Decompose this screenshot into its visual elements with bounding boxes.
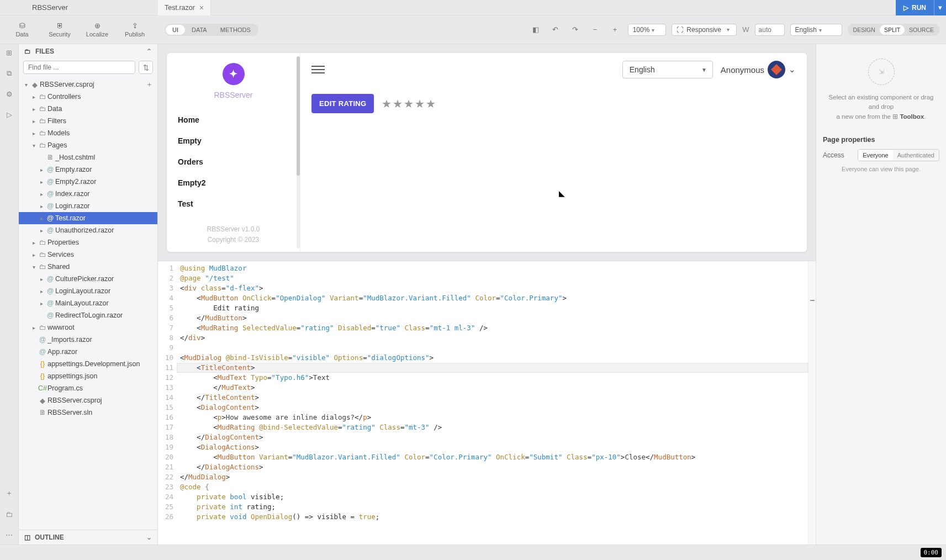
code-line-11[interactable]: <TitleContent> xyxy=(177,363,808,373)
tree-item--host-cshtml[interactable]: 🗎_Host.cshtml xyxy=(19,151,157,163)
code-line-8[interactable]: </div> xyxy=(177,333,808,343)
chevron-up-icon[interactable]: ⌃ xyxy=(146,47,152,55)
tree-item-rbsserver-csproj[interactable]: ▾◆RBSServer.csproj＋ xyxy=(19,78,157,91)
tree-item-properties[interactable]: ▸🗀Properties xyxy=(19,236,157,249)
tree-item-culturepicker-razor[interactable]: ▸@CulturePicker.razor xyxy=(19,273,157,285)
tree-item-unauthorized-razor[interactable]: ▸@Unauthorized.razor xyxy=(19,224,157,236)
tree-item-empty-razor[interactable]: ▸@Empty.razor xyxy=(19,163,157,176)
nav-item-empty2[interactable]: Empty2 xyxy=(167,172,300,193)
tree-caret[interactable]: ▾ xyxy=(30,264,38,270)
code-line-22[interactable]: </MudDialog> xyxy=(177,472,808,482)
rail-play-icon[interactable]: ▷ xyxy=(7,110,12,119)
tab-data[interactable]: DATA xyxy=(185,25,214,35)
tree-caret[interactable]: ▸ xyxy=(38,288,45,294)
code-line-24[interactable]: private bool visible; xyxy=(177,492,808,502)
tree-caret[interactable]: ▸ xyxy=(30,240,38,246)
tree-item-data[interactable]: ▸🗀Data xyxy=(19,103,157,115)
tree-item-redirecttologin-razor[interactable]: @RedirectToLogin.razor xyxy=(19,309,157,321)
tree-caret[interactable]: ▸ xyxy=(30,252,38,258)
mode-split[interactable]: SPLIT xyxy=(880,25,905,35)
run-dropdown[interactable]: ▾ xyxy=(934,0,946,15)
tree-item-program-cs[interactable]: C#Program.cs xyxy=(19,382,157,394)
tree-item-empty2-razor[interactable]: ▸@Empty2.razor xyxy=(19,176,157,188)
tree-caret[interactable]: ▸ xyxy=(30,118,38,124)
code-line-15[interactable]: <DialogContent> xyxy=(177,403,808,413)
zoom-in-icon[interactable]: + xyxy=(608,23,622,37)
tree-item-filters[interactable]: ▸🗀Filters xyxy=(19,115,157,127)
zoom-select[interactable]: 100% xyxy=(628,24,667,36)
code-line-18[interactable]: </DialogContent> xyxy=(177,432,808,442)
add-file-icon[interactable]: ＋ xyxy=(146,80,153,89)
tree-item-shared[interactable]: ▾🗀Shared xyxy=(19,261,157,273)
code-line-7[interactable]: <MudRating SelectedValue="rating" Disabl… xyxy=(177,323,808,333)
hamburger-icon[interactable] xyxy=(311,63,325,76)
code-line-10[interactable]: <MudDialog @bind-IsVisible="visible" Opt… xyxy=(177,353,808,363)
tree-caret[interactable]: ▸ xyxy=(38,276,45,282)
toolbar-publish-button[interactable]: ⇪Publish xyxy=(116,15,154,44)
rail-folder-icon[interactable]: 🗀 xyxy=(6,510,13,519)
tree-item-rbsserver-sln[interactable]: 🗎RBSServer.sln xyxy=(19,406,157,419)
code-line-1[interactable]: @using MudBlazor xyxy=(177,263,808,273)
tree-item-appsettings-json[interactable]: {}appsettings.json xyxy=(19,370,157,382)
rail-layout-icon[interactable]: ⊞ xyxy=(6,49,12,57)
tree-item-index-razor[interactable]: ▸@Index.razor xyxy=(19,188,157,200)
rail-gear-icon[interactable]: ⚙ xyxy=(6,90,13,98)
tab-test-razor[interactable]: Test.razor × xyxy=(158,0,211,15)
access-everyone[interactable]: Everyone xyxy=(858,150,892,161)
code-line-26[interactable]: private void OpenDialog() => visible = t… xyxy=(177,512,808,522)
preview-lang-select[interactable]: English xyxy=(622,61,713,78)
tree-caret[interactable]: ▸ xyxy=(38,179,45,185)
tree-item-controllers[interactable]: ▸🗀Controllers xyxy=(19,91,157,103)
outline-header[interactable]: ◫ OUTLINE ⌄ xyxy=(19,530,157,545)
lang-select[interactable]: English xyxy=(790,24,842,36)
tree-item-wwwroot[interactable]: ▸🗀wwwroot xyxy=(19,321,157,334)
device-select[interactable]: ⛶ Responsive xyxy=(672,24,737,36)
find-file-input[interactable] xyxy=(23,61,135,74)
toolbar-localize-button[interactable]: ⊕Localize xyxy=(78,15,116,44)
code-line-6[interactable]: </MudButton> xyxy=(177,313,808,323)
toolbar-security-button[interactable]: ⛨Security xyxy=(41,15,78,44)
tree-item-appsettings-development-json[interactable]: {}appsettings.Development.json xyxy=(19,358,157,370)
nav-item-orders[interactable]: Orders xyxy=(167,151,300,172)
zoom-out-icon[interactable]: − xyxy=(588,23,603,37)
nav-item-home[interactable]: Home xyxy=(167,109,300,130)
tree-item-mainlayout-razor[interactable]: ▸@MainLayout.razor xyxy=(19,297,157,309)
tree-caret[interactable]: ▸ xyxy=(38,203,45,209)
tree-caret[interactable]: ▸ xyxy=(38,215,45,221)
preview-scrollbar[interactable] xyxy=(297,56,300,249)
tree-item-pages[interactable]: ▾🗀Pages xyxy=(19,139,157,151)
tree-caret[interactable]: ▸ xyxy=(38,228,45,234)
rail-more-icon[interactable]: ⋯ xyxy=(6,531,13,539)
code-line-21[interactable]: </DialogActions> xyxy=(177,462,808,472)
tree-item-test-razor[interactable]: ▸@Test.razor xyxy=(19,212,157,224)
tree-caret[interactable]: ▸ xyxy=(38,191,45,197)
tree-item-services[interactable]: ▸🗀Services xyxy=(19,249,157,261)
tree-caret[interactable]: ▾ xyxy=(30,142,38,149)
tree-caret[interactable]: ▸ xyxy=(30,130,38,136)
tree-item-login-razor[interactable]: ▸@Login.razor xyxy=(19,200,157,212)
chevron-down-icon[interactable]: ⌄ xyxy=(146,533,152,541)
mode-source[interactable]: SOURCE xyxy=(905,25,938,35)
tree-caret[interactable]: ▸ xyxy=(30,325,38,331)
code-line-16[interactable]: <p>How awesome are inline dialogs?</p> xyxy=(177,413,808,422)
minimap[interactable] xyxy=(808,261,816,545)
panel-icon[interactable]: ◧ xyxy=(529,23,543,37)
tree-item-models[interactable]: ▸🗀Models xyxy=(19,127,157,139)
code-line-3[interactable]: <div class="d-flex"> xyxy=(177,283,808,293)
tree-caret[interactable]: ▸ xyxy=(38,300,45,307)
tree-item-loginlayout-razor[interactable]: ▸@LoginLayout.razor xyxy=(19,285,157,297)
tree-item-rbsserver-csproj[interactable]: ◆RBSServer.csproj xyxy=(19,394,157,406)
tab-ui[interactable]: UI xyxy=(166,25,185,35)
code-line-23[interactable]: @code { xyxy=(177,482,808,492)
access-authenticated[interactable]: Authenticated xyxy=(893,150,939,161)
code-line-9[interactable] xyxy=(177,343,808,353)
files-header[interactable]: 🗀 FILES ⌃ xyxy=(19,44,157,59)
code-line-13[interactable]: </MudText> xyxy=(177,383,808,393)
code-line-2[interactable]: @page "/test" xyxy=(177,273,808,283)
edit-rating-button[interactable]: EDIT RATING xyxy=(311,94,374,113)
code-line-5[interactable]: Edit rating xyxy=(177,303,808,313)
code-line-4[interactable]: <MudButton OnClick="OpenDialog" Variant=… xyxy=(177,293,808,303)
tree-caret[interactable]: ▾ xyxy=(22,82,30,88)
width-input[interactable] xyxy=(755,24,785,36)
code-line-25[interactable]: private int rating; xyxy=(177,502,808,512)
